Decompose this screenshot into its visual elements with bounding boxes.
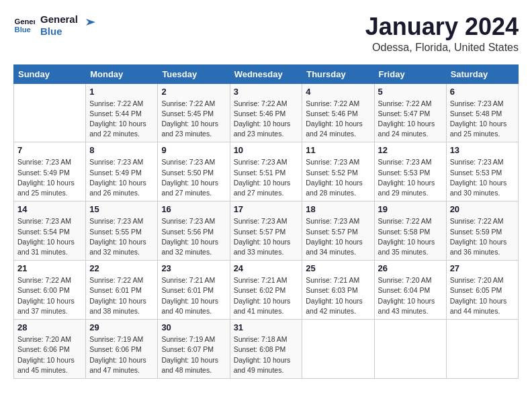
day-number: 1 — [89, 87, 154, 97]
calendar-week-row: 7Sunrise: 7:23 AM Sunset: 5:49 PM Daylig… — [14, 142, 519, 201]
day-info: Sunrise: 7:23 AM Sunset: 5:48 PM Dayligh… — [450, 99, 515, 140]
calendar-week-row: 21Sunrise: 7:22 AM Sunset: 6:00 PM Dayli… — [14, 261, 519, 320]
calendar-cell: 30Sunrise: 7:19 AM Sunset: 6:07 PM Dayli… — [158, 320, 230, 379]
day-info: Sunrise: 7:21 AM Sunset: 6:01 PM Dayligh… — [161, 275, 226, 316]
calendar-cell: 25Sunrise: 7:21 AM Sunset: 6:03 PM Dayli… — [302, 261, 374, 320]
calendar-cell: 6Sunrise: 7:23 AM Sunset: 5:48 PM Daylig… — [446, 83, 518, 142]
calendar-cell: 13Sunrise: 7:23 AM Sunset: 5:53 PM Dayli… — [446, 142, 518, 201]
day-info: Sunrise: 7:23 AM Sunset: 5:49 PM Dayligh… — [89, 157, 154, 198]
day-info: Sunrise: 7:23 AM Sunset: 5:51 PM Dayligh… — [234, 157, 299, 198]
calendar-cell: 3Sunrise: 7:22 AM Sunset: 5:46 PM Daylig… — [230, 83, 302, 142]
calendar-week-row: 28Sunrise: 7:20 AM Sunset: 6:06 PM Dayli… — [14, 320, 519, 379]
svg-text:Blue: Blue — [15, 26, 31, 34]
day-info: Sunrise: 7:22 AM Sunset: 5:45 PM Dayligh… — [161, 99, 226, 140]
calendar-cell: 4Sunrise: 7:22 AM Sunset: 5:46 PM Daylig… — [302, 83, 374, 142]
weekday-header-friday: Friday — [374, 64, 446, 83]
day-number: 22 — [89, 263, 154, 273]
day-number: 15 — [89, 204, 154, 214]
weekday-header-wednesday: Wednesday — [230, 64, 302, 83]
day-number: 19 — [378, 204, 443, 214]
calendar-week-row: 1Sunrise: 7:22 AM Sunset: 5:44 PM Daylig… — [14, 83, 519, 142]
day-info: Sunrise: 7:22 AM Sunset: 5:44 PM Dayligh… — [89, 99, 154, 140]
day-number: 18 — [306, 204, 370, 214]
logo-arrow-icon — [82, 15, 97, 30]
calendar-subtitle: Odessa, Florida, United States — [365, 42, 519, 54]
day-number: 2 — [161, 87, 226, 97]
day-info: Sunrise: 7:23 AM Sunset: 5:50 PM Dayligh… — [161, 157, 226, 198]
day-info: Sunrise: 7:23 AM Sunset: 5:57 PM Dayligh… — [234, 216, 299, 257]
day-info: Sunrise: 7:23 AM Sunset: 5:57 PM Dayligh… — [306, 216, 370, 257]
header: General Blue General Blue January 2024 O… — [13, 13, 519, 54]
calendar-cell: 24Sunrise: 7:21 AM Sunset: 6:02 PM Dayli… — [230, 261, 302, 320]
calendar-cell: 5Sunrise: 7:22 AM Sunset: 5:47 PM Daylig… — [374, 83, 446, 142]
day-number: 27 — [450, 263, 515, 273]
calendar-cell: 11Sunrise: 7:23 AM Sunset: 5:52 PM Dayli… — [302, 142, 374, 201]
calendar-cell: 21Sunrise: 7:22 AM Sunset: 6:00 PM Dayli… — [14, 261, 86, 320]
calendar-cell — [446, 320, 518, 379]
logo-icon: General Blue — [13, 15, 35, 36]
day-number: 24 — [234, 263, 299, 273]
day-info: Sunrise: 7:23 AM Sunset: 5:52 PM Dayligh… — [306, 157, 370, 198]
day-number: 26 — [378, 263, 443, 273]
day-number: 14 — [17, 204, 82, 214]
day-number: 12 — [378, 145, 443, 155]
day-info: Sunrise: 7:18 AM Sunset: 6:08 PM Dayligh… — [234, 334, 299, 375]
calendar-cell: 18Sunrise: 7:23 AM Sunset: 5:57 PM Dayli… — [302, 201, 374, 261]
weekday-header-row: SundayMondayTuesdayWednesdayThursdayFrid… — [14, 64, 519, 83]
calendar-cell: 7Sunrise: 7:23 AM Sunset: 5:49 PM Daylig… — [14, 142, 86, 201]
day-number: 10 — [234, 145, 299, 155]
day-info: Sunrise: 7:21 AM Sunset: 6:03 PM Dayligh… — [306, 275, 370, 316]
calendar-cell: 12Sunrise: 7:23 AM Sunset: 5:53 PM Dayli… — [374, 142, 446, 201]
day-info: Sunrise: 7:20 AM Sunset: 6:06 PM Dayligh… — [17, 334, 82, 375]
day-info: Sunrise: 7:22 AM Sunset: 6:00 PM Dayligh… — [17, 275, 82, 316]
day-number: 13 — [450, 145, 515, 155]
svg-text:General: General — [15, 17, 35, 26]
weekday-header-monday: Monday — [86, 64, 158, 83]
day-number: 6 — [450, 87, 515, 97]
calendar-cell: 1Sunrise: 7:22 AM Sunset: 5:44 PM Daylig… — [86, 83, 158, 142]
day-info: Sunrise: 7:19 AM Sunset: 6:07 PM Dayligh… — [161, 334, 226, 375]
day-info: Sunrise: 7:22 AM Sunset: 5:58 PM Dayligh… — [378, 216, 443, 257]
logo: General Blue General Blue — [13, 13, 97, 38]
calendar-cell: 28Sunrise: 7:20 AM Sunset: 6:06 PM Dayli… — [14, 320, 86, 379]
day-info: Sunrise: 7:22 AM Sunset: 5:46 PM Dayligh… — [234, 99, 299, 140]
day-number: 25 — [306, 263, 370, 273]
day-info: Sunrise: 7:22 AM Sunset: 5:46 PM Dayligh… — [306, 99, 370, 140]
calendar-cell: 15Sunrise: 7:23 AM Sunset: 5:55 PM Dayli… — [86, 201, 158, 261]
calendar-cell: 20Sunrise: 7:22 AM Sunset: 5:59 PM Dayli… — [446, 201, 518, 261]
day-info: Sunrise: 7:22 AM Sunset: 5:47 PM Dayligh… — [378, 99, 443, 140]
day-number: 23 — [161, 263, 226, 273]
calendar-cell: 17Sunrise: 7:23 AM Sunset: 5:57 PM Dayli… — [230, 201, 302, 261]
calendar-cell: 10Sunrise: 7:23 AM Sunset: 5:51 PM Dayli… — [230, 142, 302, 201]
day-info: Sunrise: 7:20 AM Sunset: 6:04 PM Dayligh… — [378, 275, 443, 316]
calendar-cell: 9Sunrise: 7:23 AM Sunset: 5:50 PM Daylig… — [158, 142, 230, 201]
logo-line2: Blue — [40, 26, 78, 38]
weekday-header-sunday: Sunday — [14, 64, 86, 83]
calendar-cell: 14Sunrise: 7:23 AM Sunset: 5:54 PM Dayli… — [14, 201, 86, 261]
calendar-cell: 29Sunrise: 7:19 AM Sunset: 6:06 PM Dayli… — [86, 320, 158, 379]
calendar-week-row: 14Sunrise: 7:23 AM Sunset: 5:54 PM Dayli… — [14, 201, 519, 261]
day-info: Sunrise: 7:23 AM Sunset: 5:55 PM Dayligh… — [89, 216, 154, 257]
calendar-cell: 19Sunrise: 7:22 AM Sunset: 5:58 PM Dayli… — [374, 201, 446, 261]
day-number: 29 — [89, 322, 154, 332]
day-number: 9 — [161, 145, 226, 155]
day-info: Sunrise: 7:23 AM Sunset: 5:56 PM Dayligh… — [161, 216, 226, 257]
calendar-cell — [374, 320, 446, 379]
day-number: 11 — [306, 145, 370, 155]
day-number: 7 — [17, 145, 82, 155]
weekday-header-thursday: Thursday — [302, 64, 374, 83]
calendar-cell — [302, 320, 374, 379]
calendar-cell: 22Sunrise: 7:22 AM Sunset: 6:01 PM Dayli… — [86, 261, 158, 320]
day-number: 20 — [450, 204, 515, 214]
day-number: 8 — [89, 145, 154, 155]
calendar-cell: 16Sunrise: 7:23 AM Sunset: 5:56 PM Dayli… — [158, 201, 230, 261]
weekday-header-saturday: Saturday — [446, 64, 518, 83]
calendar-title: January 2024 — [365, 13, 519, 40]
weekday-header-tuesday: Tuesday — [158, 64, 230, 83]
calendar-table: SundayMondayTuesdayWednesdayThursdayFrid… — [13, 64, 519, 379]
day-number: 28 — [17, 322, 82, 332]
calendar-cell: 26Sunrise: 7:20 AM Sunset: 6:04 PM Dayli… — [374, 261, 446, 320]
calendar-cell: 27Sunrise: 7:20 AM Sunset: 6:05 PM Dayli… — [446, 261, 518, 320]
day-info: Sunrise: 7:21 AM Sunset: 6:02 PM Dayligh… — [234, 275, 299, 316]
calendar-cell: 23Sunrise: 7:21 AM Sunset: 6:01 PM Dayli… — [158, 261, 230, 320]
